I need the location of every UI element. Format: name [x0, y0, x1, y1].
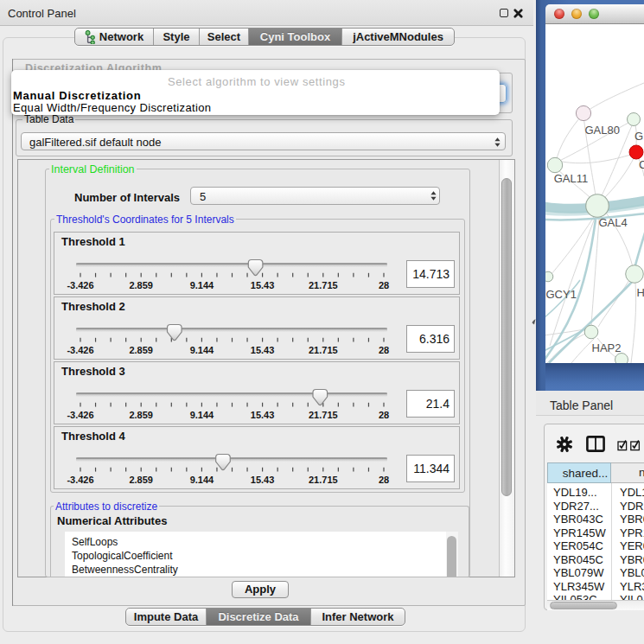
svg-text:C: C [639, 158, 644, 171]
svg-text:2.859: 2.859 [129, 475, 153, 485]
svg-text:28: 28 [379, 475, 389, 485]
svg-text:2.859: 2.859 [129, 410, 153, 420]
svg-text:21.715: 21.715 [309, 345, 338, 355]
svg-text:-3.426: -3.426 [67, 345, 93, 355]
svg-text:15.43: 15.43 [251, 345, 275, 355]
svg-text:GAL80: GAL80 [585, 124, 620, 137]
svg-text:2.859: 2.859 [129, 345, 153, 355]
svg-text:-3.426: -3.426 [67, 280, 93, 290]
svg-text:9.144: 9.144 [190, 410, 214, 420]
svg-text:15.43: 15.43 [251, 475, 275, 485]
svg-text:-3.426: -3.426 [67, 475, 93, 485]
svg-text:21.715: 21.715 [309, 475, 338, 485]
svg-text:9.144: 9.144 [190, 280, 214, 290]
svg-text:28: 28 [379, 345, 389, 355]
svg-text:GAL11: GAL11 [554, 172, 589, 185]
svg-text:15.43: 15.43 [251, 280, 275, 290]
svg-text:GCY1: GCY1 [546, 288, 577, 301]
svg-text:H: H [637, 286, 644, 299]
svg-text:GAL4: GAL4 [599, 216, 628, 229]
svg-text:15.43: 15.43 [251, 410, 275, 420]
svg-text:HAP2: HAP2 [592, 341, 622, 354]
svg-text:28: 28 [379, 280, 389, 290]
svg-text:28: 28 [379, 410, 389, 420]
svg-text:9.144: 9.144 [190, 345, 214, 355]
svg-text:21.715: 21.715 [309, 280, 338, 290]
svg-text:21.715: 21.715 [309, 410, 338, 420]
svg-text:-3.426: -3.426 [67, 410, 93, 420]
svg-text:2.859: 2.859 [129, 280, 153, 290]
svg-text:9.144: 9.144 [190, 475, 214, 485]
svg-text:G: G [634, 130, 643, 143]
